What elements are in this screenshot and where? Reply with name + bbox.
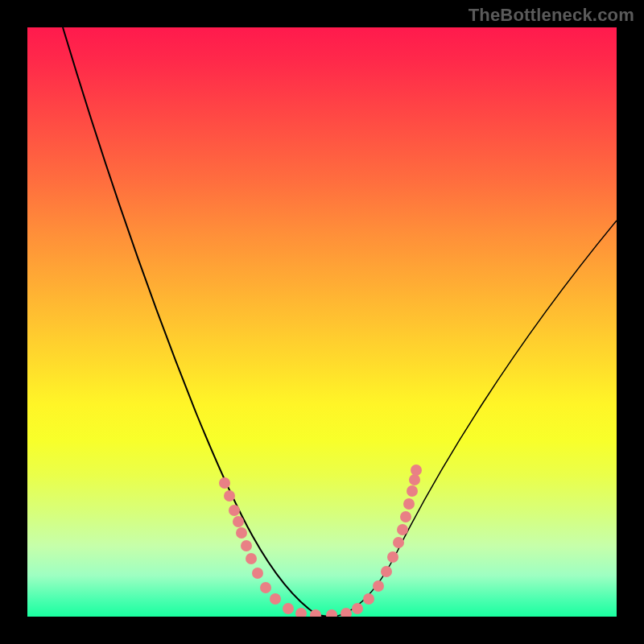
curve-left	[63, 27, 333, 617]
svg-point-14	[341, 608, 352, 617]
svg-point-3	[233, 516, 244, 527]
svg-point-20	[393, 537, 404, 548]
svg-point-10	[283, 603, 294, 614]
svg-point-15	[352, 603, 363, 614]
svg-point-1	[224, 490, 235, 502]
svg-point-16	[363, 593, 374, 605]
watermark-text: TheBottleneck.com	[469, 5, 634, 26]
svg-point-26	[411, 464, 422, 476]
svg-point-19	[387, 551, 398, 563]
chart-frame: TheBottleneck.com	[0, 0, 644, 644]
svg-point-4	[236, 527, 247, 539]
svg-point-25	[409, 474, 420, 485]
svg-point-24	[407, 485, 418, 497]
chart-plot-area	[27, 27, 617, 617]
svg-point-23	[403, 498, 415, 510]
chart-svg	[27, 27, 617, 617]
svg-point-2	[229, 505, 240, 516]
svg-point-17	[373, 580, 384, 592]
svg-point-6	[246, 553, 257, 564]
svg-point-7	[252, 568, 263, 579]
svg-point-21	[397, 524, 408, 535]
svg-point-11	[295, 608, 307, 617]
scatter-dots-left	[219, 477, 321, 617]
svg-point-5	[241, 540, 252, 551]
scatter-dots-right	[326, 464, 422, 617]
svg-point-13	[326, 609, 337, 617]
svg-point-9	[270, 593, 281, 605]
curve-right	[333, 221, 617, 617]
svg-point-22	[400, 511, 411, 522]
svg-point-8	[260, 582, 271, 593]
svg-point-18	[381, 566, 392, 577]
svg-point-0	[219, 477, 230, 489]
